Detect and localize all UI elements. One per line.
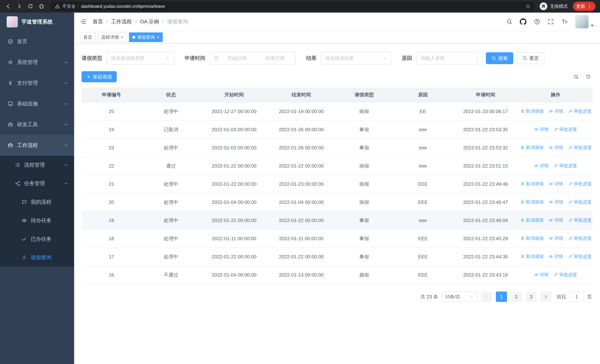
help-icon[interactable] [534, 18, 540, 25]
cancel-leave-link[interactable]: 取消请假 [520, 235, 544, 241]
browser-forward-button[interactable] [14, 1, 24, 11]
sidebar-item-dev-tools[interactable]: 研发工具 [0, 114, 74, 135]
approval-progress-link[interactable]: 审批进度 [568, 181, 592, 187]
close-icon[interactable]: × [121, 35, 123, 39]
bookmark-star-icon[interactable] [525, 3, 531, 9]
search-button-label: 搜索 [498, 55, 508, 62]
page-size-select[interactable]: 10条/页 [442, 291, 477, 302]
close-icon[interactable]: × [157, 35, 159, 39]
cell-apply-time: 2022-01-22 23:53:35 [452, 121, 518, 139]
goto-page-input[interactable] [569, 291, 584, 302]
page-button-2[interactable]: 2 [511, 291, 522, 302]
leave-type-select[interactable]: 请选择请假类型 [107, 52, 174, 65]
tab-leave-query[interactable]: 请假查询 × [129, 32, 163, 42]
toggle-search-icon[interactable] [573, 74, 579, 80]
next-page-button[interactable] [540, 291, 552, 302]
sidebar-item-infrastructure[interactable]: 基础设施 [0, 93, 74, 114]
refresh-table-icon[interactable] [586, 74, 591, 80]
chevron-up-icon [64, 143, 68, 148]
cell-apply-time: 2022-01-22 23:46:47 [452, 193, 518, 211]
tab-process-detail[interactable]: 流程详情 × [98, 32, 127, 42]
approval-progress-label: 审批进度 [574, 253, 592, 260]
sidebar-collapse-button[interactable] [80, 18, 87, 25]
user-icon [21, 255, 27, 260]
detail-link[interactable]: 详情 [549, 108, 563, 114]
cancel-leave-link[interactable]: 取消请假 [520, 253, 544, 260]
approval-progress-link[interactable]: 审批进度 [568, 108, 592, 114]
app-logo-row[interactable]: 芋道管理系统 [0, 13, 74, 31]
reason-input[interactable] [417, 52, 478, 65]
cancel-leave-link[interactable]: 取消请假 [520, 199, 544, 205]
page-button-1[interactable]: 1 [496, 291, 507, 302]
detail-link[interactable]: 详情 [549, 199, 563, 205]
detail-link[interactable]: 详情 [534, 163, 548, 169]
detail-link[interactable]: 详情 [534, 126, 548, 132]
search-button[interactable]: 搜索 [486, 52, 513, 64]
approval-progress-link[interactable]: 审批进度 [568, 145, 592, 150]
approval-progress-link[interactable]: 审批进度 [568, 199, 592, 205]
approval-progress-link[interactable]: 审批进度 [568, 253, 592, 260]
approval-progress-label: 审批进度 [559, 126, 577, 132]
sidebar-item-done-tasks[interactable]: 已办任务 [0, 230, 74, 248]
breadcrumb-workflow[interactable]: 工作流程 [111, 18, 132, 25]
cell-status: 处理中 [141, 139, 201, 157]
trash-icon [520, 218, 525, 222]
sidebar-item-task-mgmt[interactable]: 任务管理 [0, 174, 74, 193]
cell-end-time: 2022-01-19 00:00:00 [268, 102, 335, 121]
cancel-leave-link[interactable]: 取消请假 [520, 145, 544, 150]
chevron-up-icon [64, 181, 68, 186]
cell-status: 不通过 [141, 266, 201, 284]
approval-progress-link[interactable]: 审批进度 [554, 163, 577, 169]
detail-link[interactable]: 详情 [549, 235, 563, 241]
cancel-leave-link[interactable]: 取消请假 [520, 217, 544, 223]
address-bar[interactable]: 不安全 dashboard.yudao.iocoder.cn/bpm/oa/le… [50, 2, 535, 11]
user-avatar-menu[interactable] [575, 15, 594, 28]
sidebar-item-label: 基础设施 [17, 100, 38, 107]
approval-progress-label: 审批进度 [574, 235, 592, 241]
detail-link[interactable]: 详情 [549, 253, 563, 260]
sidebar-item-workflow[interactable]: 工作流程 [0, 135, 74, 156]
browser-reload-button[interactable] [25, 1, 36, 11]
detail-link[interactable]: 详情 [549, 217, 563, 223]
sidebar-item-system-mgmt[interactable]: 系统管理 [0, 52, 74, 73]
security-indicator[interactable]: 不安全 [55, 3, 75, 9]
sidebar-item-home[interactable]: 首页 [0, 31, 74, 52]
approval-progress-link[interactable]: 审批进度 [554, 126, 577, 132]
browser-home-button[interactable] [36, 1, 47, 11]
browser-back-button[interactable] [3, 1, 13, 11]
cell-start-time: 2022-01-22 00:00:00 [201, 175, 268, 193]
detail-link[interactable]: 详情 [549, 181, 563, 187]
browser-update-button[interactable]: 更新 [573, 2, 596, 11]
font-size-icon[interactable] [561, 18, 568, 25]
breadcrumb-oa-example[interactable]: OA 示例 [140, 18, 159, 25]
cell-actions: 详情 审批进度 [518, 157, 593, 175]
approval-progress-link[interactable]: 审批进度 [568, 235, 592, 241]
reset-button[interactable]: 重置 [517, 52, 544, 64]
sidebar-item-my-processes[interactable]: 我的流程 [0, 193, 74, 211]
page-button-3[interactable]: 3 [525, 291, 537, 302]
breadcrumb-home[interactable]: 首页 [93, 18, 103, 25]
header-search-icon[interactable] [506, 19, 513, 25]
fullscreen-icon[interactable] [547, 18, 554, 25]
table-tools [573, 74, 591, 80]
sidebar-item-process-mgmt[interactable]: 流程管理 [0, 156, 74, 174]
date-range-picker[interactable]: 开始日期 - 结束日期 [210, 52, 296, 65]
sidebar-item-payment-mgmt[interactable]: 支付管理 [0, 73, 74, 93]
sidebar-item-todo-tasks[interactable]: 待办任务 [0, 211, 74, 230]
approval-progress-link[interactable]: 审批进度 [554, 272, 577, 278]
cell-apply-time: 2022-01-22 23:46:04 [452, 211, 518, 229]
sidebar-item-label: 待办任务 [31, 217, 52, 224]
sidebar-item-leave-query[interactable]: 请假查询 [0, 248, 74, 267]
cancel-leave-link[interactable]: 取消请假 [520, 108, 544, 114]
result-select[interactable]: 请选择流结果 [321, 52, 391, 65]
detail-link[interactable]: 详情 [549, 145, 563, 150]
prev-page-button[interactable] [481, 291, 492, 302]
approval-progress-link[interactable]: 审批进度 [568, 217, 592, 223]
tab-home[interactable]: 首页 [80, 32, 96, 42]
github-icon[interactable] [520, 18, 527, 25]
column-header-id: 申请编号 [82, 87, 141, 102]
create-leave-button[interactable]: 发起请假 [82, 71, 117, 82]
detail-link[interactable]: 详情 [534, 272, 548, 278]
pen-icon [554, 127, 558, 131]
cancel-leave-link[interactable]: 取消请假 [520, 181, 544, 187]
